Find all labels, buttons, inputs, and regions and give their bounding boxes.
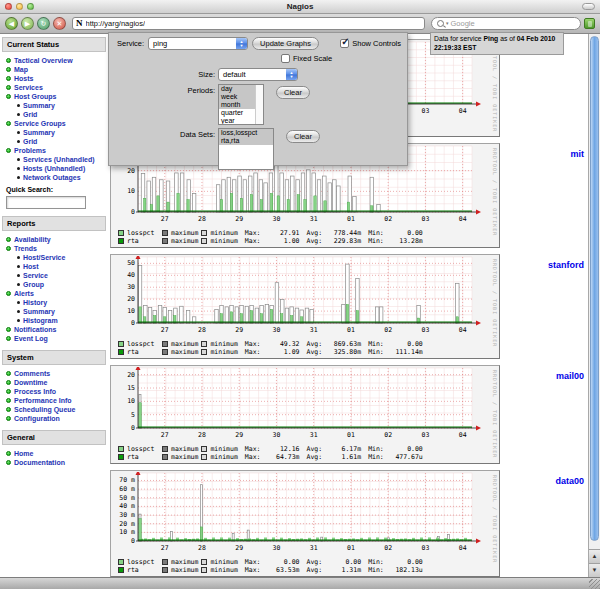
rrd-graph-image[interactable]: 27282930310102030450403020100losspctmaxi…	[110, 254, 500, 359]
sidebar-link[interactable]: Home	[0, 449, 108, 458]
rrdtool-watermark: RRDTOOL / TOBI OETIKER	[492, 259, 498, 347]
forward-button[interactable]: ▶	[21, 17, 34, 30]
host-link[interactable]: stanford	[548, 260, 584, 270]
vertical-scrollbar[interactable]: ▲ ▼	[588, 34, 600, 577]
sidebar-link[interactable]: Problems	[0, 146, 108, 155]
sidebar-link[interactable]: Hosts (Unhandled)	[0, 164, 108, 173]
listbox-scrollbar[interactable]	[255, 85, 263, 124]
legend-swatch-icon	[118, 559, 124, 565]
legend-swatch-icon	[162, 238, 168, 244]
status-bullet-icon	[6, 389, 11, 394]
sidebar-link[interactable]: Scheduling Queue	[0, 405, 108, 414]
reload-button[interactable]: ↻	[37, 17, 50, 30]
legend-swatch-icon	[118, 454, 124, 460]
sidebar-link[interactable]: Alerts	[0, 289, 108, 298]
period-option[interactable]: quarter	[219, 109, 255, 117]
sidebar-link[interactable]: Summary	[0, 101, 108, 110]
legend-swatch-icon	[201, 454, 207, 460]
sidebar-link[interactable]: Event Log	[0, 334, 108, 343]
scroll-down-button[interactable]: ▼	[589, 563, 600, 577]
sidebar-link[interactable]: Host	[0, 262, 108, 271]
svg-text:31: 31	[310, 544, 318, 552]
rrd-graph-image[interactable]: 27282930310102030470 m60 m50 m40 m30 m20…	[110, 470, 500, 577]
sidebar-link[interactable]: Host Groups	[0, 92, 108, 101]
svg-text:15: 15	[127, 384, 135, 392]
minimize-window-button[interactable]	[16, 3, 23, 10]
quick-search-input[interactable]	[6, 196, 86, 209]
status-bullet-icon	[6, 407, 11, 412]
sidebar-link[interactable]: Downtime	[0, 378, 108, 387]
host-link[interactable]: mail00	[556, 371, 584, 381]
host-link[interactable]: data00	[555, 476, 584, 486]
sidebar-link[interactable]: Service Groups	[0, 119, 108, 128]
scrollbar-thumb[interactable]	[590, 36, 599, 541]
sidebar-link[interactable]: Histogram	[0, 316, 108, 325]
close-window-button[interactable]	[5, 3, 12, 10]
datasets-listbox[interactable]: loss,losspctrta,rta	[218, 128, 274, 170]
resize-grip[interactable]	[589, 579, 600, 589]
dataset-option[interactable]: rta,rta	[219, 137, 273, 145]
stop-button[interactable]: ✕	[53, 17, 66, 30]
toolbar-extra-button[interactable]	[584, 18, 595, 29]
site-favicon: N	[76, 19, 83, 28]
period-option[interactable]: week	[219, 93, 255, 101]
search-field[interactable]: ▾ Google	[431, 17, 581, 30]
address-bar[interactable]: N http://yarg/nagios/	[72, 17, 425, 30]
clear-periods-button[interactable]: Clear	[276, 86, 310, 99]
period-option[interactable]: day	[219, 85, 255, 93]
legend-swatch-icon	[118, 349, 124, 355]
sidebar-link[interactable]: Host/Service	[0, 253, 108, 262]
show-controls-option[interactable]: Show Controls	[340, 39, 401, 48]
sidebar-link[interactable]: Service	[0, 271, 108, 280]
legend-swatch-icon	[118, 230, 124, 236]
sidebar-link[interactable]: Summary	[0, 307, 108, 316]
status-bullet-icon	[6, 451, 11, 456]
dataset-option[interactable]: loss,losspct	[219, 129, 273, 137]
update-graphs-button[interactable]: Update Graphs	[252, 37, 319, 50]
host-link[interactable]: mit	[571, 149, 585, 159]
sidebar-link[interactable]: Grid	[0, 110, 108, 119]
toolbar-toggle-button[interactable]	[582, 3, 595, 10]
sidebar-link[interactable]: Availability	[0, 235, 108, 244]
rrd-graph-image[interactable]: 27282930310102030420151050losspctmaximum…	[110, 365, 500, 464]
show-controls-checkbox[interactable]	[340, 39, 349, 48]
sidebar-link[interactable]: Process Info	[0, 387, 108, 396]
sidebar-link[interactable]: Trends	[0, 244, 108, 253]
svg-text:10: 10	[127, 397, 135, 405]
svg-text:30: 30	[273, 544, 281, 552]
sidebar-link[interactable]: Performance Info	[0, 396, 108, 405]
period-option[interactable]: year	[219, 117, 255, 125]
sidebar-link[interactable]: Grid	[0, 137, 108, 146]
sidebar-link[interactable]: Network Outages	[0, 173, 108, 182]
legend-swatch-icon	[118, 341, 124, 347]
sidebar-link[interactable]: Hosts	[0, 74, 108, 83]
data-timestamp-box: Data for service Ping as of 04 Feb 2010 …	[430, 32, 564, 55]
periods-label: Periods:	[109, 84, 218, 95]
sidebar-link[interactable]: Tactical Overview	[0, 56, 108, 65]
back-button[interactable]: ◀	[5, 17, 18, 30]
svg-text:04: 04	[459, 107, 467, 115]
fixed-scale-checkbox[interactable]	[281, 54, 290, 63]
sidebar-link[interactable]: Services	[0, 83, 108, 92]
scroll-up-button[interactable]: ▲	[589, 549, 600, 563]
sidebar-link[interactable]: History	[0, 298, 108, 307]
sidebar-link[interactable]: Notifications	[0, 325, 108, 334]
nagiosgraph-main: 272829303101020304RRDTOOL / TOBI OETIKER…	[108, 34, 588, 577]
status-bullet-icon	[6, 398, 11, 403]
sidebar-link[interactable]: Services (Unhandled)	[0, 155, 108, 164]
service-select[interactable]: ping▲▼	[148, 37, 248, 50]
sidebar-link[interactable]: Summary	[0, 128, 108, 137]
status-bullet-icon	[6, 67, 11, 72]
sidebar-link[interactable]: Documentation	[0, 458, 108, 467]
period-option[interactable]: month	[219, 101, 255, 109]
sidebar-link[interactable]: Comments	[0, 369, 108, 378]
zoom-window-button[interactable]	[27, 3, 34, 10]
periods-listbox[interactable]: dayweekmonthquarteryear	[218, 84, 264, 125]
svg-text:70 m: 70 m	[119, 476, 135, 484]
clear-datasets-button[interactable]: Clear	[286, 130, 320, 143]
sidebar-link[interactable]: Configuration	[0, 414, 108, 423]
sidebar-link[interactable]: Group	[0, 280, 108, 289]
size-select[interactable]: default▲▼	[218, 68, 298, 81]
fixed-scale-option[interactable]: Fixed Scale	[281, 54, 332, 63]
sidebar-link[interactable]: Map	[0, 65, 108, 74]
